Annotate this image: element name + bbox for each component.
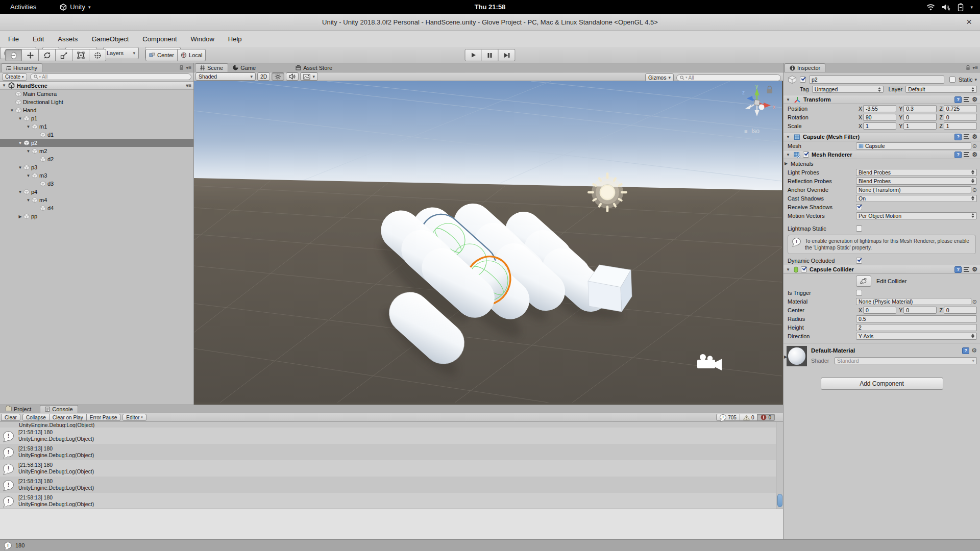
gear-icon[interactable]: ⚙	[972, 266, 977, 272]
lightmap-static-checkbox[interactable]	[856, 226, 862, 232]
pause-button[interactable]	[482, 49, 499, 61]
menu-help[interactable]: Help	[228, 35, 242, 43]
transform-tool-button[interactable]	[89, 49, 106, 61]
info-count-button[interactable]: !705	[716, 414, 740, 421]
foldout-icon[interactable]: ▼	[2, 83, 6, 88]
capsule-collider-header[interactable]: ▼ Capsule Collider ?⚙	[783, 265, 980, 274]
log-entry[interactable]: ![21:58:13] 180UnityEngine.Debug:Log(Obj…	[0, 493, 783, 509]
tab-inspector[interactable]: Inspector	[785, 63, 825, 72]
is-trigger-checkbox[interactable]	[856, 290, 862, 296]
foldout-icon[interactable]: ▼	[25, 173, 32, 178]
layers-dropdown[interactable]: Layers▾	[103, 47, 139, 59]
edit-collider-button[interactable]	[856, 276, 871, 287]
hierarchy-item-p1[interactable]: ▼p1	[0, 114, 193, 122]
hierarchy-item-pp[interactable]: ▶pp	[0, 212, 193, 220]
hierarchy-item-d4[interactable]: d4	[0, 204, 193, 212]
battery-icon[interactable]	[958, 3, 964, 11]
hierarchy-item-p2-selected[interactable]: ▼p2	[0, 139, 193, 147]
scale-z-field[interactable]: 1	[944, 122, 977, 130]
log-entry[interactable]: ![21:58:13] 180UnityEngine.Debug:Log(Obj…	[0, 477, 783, 493]
menu-file[interactable]: File	[8, 35, 19, 43]
layer-dropdown[interactable]: Default	[905, 86, 977, 93]
tab-scene[interactable]: Scene	[195, 63, 228, 72]
hierarchy-item-m3[interactable]: ▼m3	[0, 171, 193, 180]
object-picker-icon[interactable]: ⊙	[972, 143, 977, 148]
console-scrollbar[interactable]	[776, 422, 783, 509]
log-entry[interactable]: ![21:58:13] 180UnityEngine.Debug:Log(Obj…	[0, 444, 783, 460]
foldout-icon[interactable]: ▼	[17, 141, 23, 145]
foldout-icon[interactable]: ▼	[25, 198, 32, 203]
mesh-renderer-header[interactable]: ▼ Mesh Renderer ?⚙	[783, 150, 980, 159]
tab-hierarchy[interactable]: Hierarchy	[1, 63, 42, 72]
activities-button[interactable]: Activities	[7, 3, 39, 11]
hierarchy-item-p4[interactable]: ▼p4	[0, 188, 193, 196]
menu-component[interactable]: Component	[142, 35, 177, 43]
help-icon[interactable]: ?	[954, 266, 962, 273]
scene-viewport[interactable]: y x z ≡ Iso	[194, 81, 783, 405]
scale-x-field[interactable]: 1	[863, 122, 896, 130]
add-component-button[interactable]: Add Component	[821, 378, 943, 390]
scene-lighting-button[interactable]	[272, 72, 284, 81]
rotation-y-field[interactable]: 0	[903, 114, 937, 121]
foldout-icon[interactable]: ▼	[17, 165, 23, 170]
direction-dropdown[interactable]: Y-Axis	[856, 333, 977, 340]
transform-header[interactable]: ▼ Transform ?⚙	[783, 95, 980, 104]
panel-menu-icon[interactable]: ▾≡	[186, 65, 191, 70]
step-button[interactable]	[499, 49, 516, 61]
foldout-icon[interactable]: ▼	[9, 108, 15, 113]
hierarchy-item-d2[interactable]: d2	[0, 155, 193, 163]
help-icon[interactable]: ?	[962, 347, 969, 354]
wifi-icon[interactable]	[926, 4, 935, 11]
foldout-icon[interactable]: ▼	[786, 267, 791, 272]
cast-shadows-dropdown[interactable]: On	[856, 195, 977, 202]
warning-count-button[interactable]: 0	[740, 414, 758, 421]
volume-muted-icon[interactable]	[942, 4, 951, 11]
projection-mode-label[interactable]: Iso	[751, 128, 760, 135]
scene-search-input[interactable]: ▾ All	[676, 74, 781, 81]
help-icon[interactable]: ?	[954, 152, 962, 158]
object-picker-icon[interactable]: ⊙	[972, 299, 977, 304]
hierarchy-item-main-camera[interactable]: Main Camera	[0, 90, 193, 98]
rect-tool-button[interactable]	[72, 49, 89, 61]
foldout-icon[interactable]: ▼	[786, 153, 791, 157]
center-x-field[interactable]: 0	[863, 307, 896, 314]
console-log-list[interactable]: UnityEngine.Debug:Log(Object) ![21:58:13…	[0, 422, 783, 509]
foldout-icon[interactable]: ▼	[25, 124, 32, 129]
menu-gameobject[interactable]: GameObject	[91, 35, 129, 43]
hierarchy-item-p3[interactable]: ▼p3	[0, 163, 193, 171]
foldout-icon[interactable]: ▶	[785, 161, 790, 166]
object-name-field[interactable]: p2	[809, 76, 944, 84]
hierarchy-item-m4[interactable]: ▼m4	[0, 196, 193, 204]
active-checkbox[interactable]	[800, 77, 806, 83]
collider-enabled-checkbox[interactable]	[801, 266, 807, 272]
gear-icon[interactable]: ⚙	[972, 134, 977, 140]
center-y-field[interactable]: 0	[903, 307, 937, 314]
scale-y-field[interactable]: 1	[903, 122, 937, 130]
hierarchy-item-hand[interactable]: ▼Hand	[0, 106, 193, 114]
anchor-override-field[interactable]: None (Transform)	[856, 186, 971, 193]
help-icon[interactable]: ?	[954, 134, 962, 140]
scene-menu-icon[interactable]: ▾≡	[186, 83, 191, 88]
mesh-filter-header[interactable]: ▼ Capsule (Mesh Filter) ?⚙	[783, 132, 980, 141]
close-icon[interactable]: ×	[966, 16, 972, 28]
play-button[interactable]	[465, 49, 482, 61]
position-z-field[interactable]: 0.725	[944, 105, 977, 112]
position-x-field[interactable]: -3.55	[863, 105, 896, 112]
foldout-icon[interactable]: ▼	[25, 149, 32, 154]
foldout-icon[interactable]: ▶	[784, 355, 787, 359]
system-menu-caret-icon[interactable]: ▾	[970, 5, 973, 10]
height-field[interactable]: 2	[856, 324, 977, 331]
clear-button[interactable]: Clear	[1, 414, 20, 421]
cube-object[interactable]	[588, 265, 632, 312]
preset-icon[interactable]	[964, 266, 970, 272]
status-bar[interactable]: ! 180	[0, 539, 980, 551]
scrollbar-thumb[interactable]	[777, 494, 782, 507]
dynamic-occluded-checkbox[interactable]	[856, 258, 862, 264]
object-picker-icon[interactable]: ⊙	[972, 187, 977, 192]
material-preview[interactable]	[787, 346, 807, 366]
menu-window[interactable]: Window	[191, 35, 214, 43]
log-entry-partial[interactable]: UnityEngine.Debug:Log(Object)	[0, 422, 783, 428]
foldout-icon[interactable]: ▼	[786, 97, 791, 102]
rotation-z-field[interactable]: 0	[944, 114, 977, 121]
log-entry[interactable]: ![21:58:13] 180UnityEngine.Debug:Log(Obj…	[0, 460, 783, 477]
